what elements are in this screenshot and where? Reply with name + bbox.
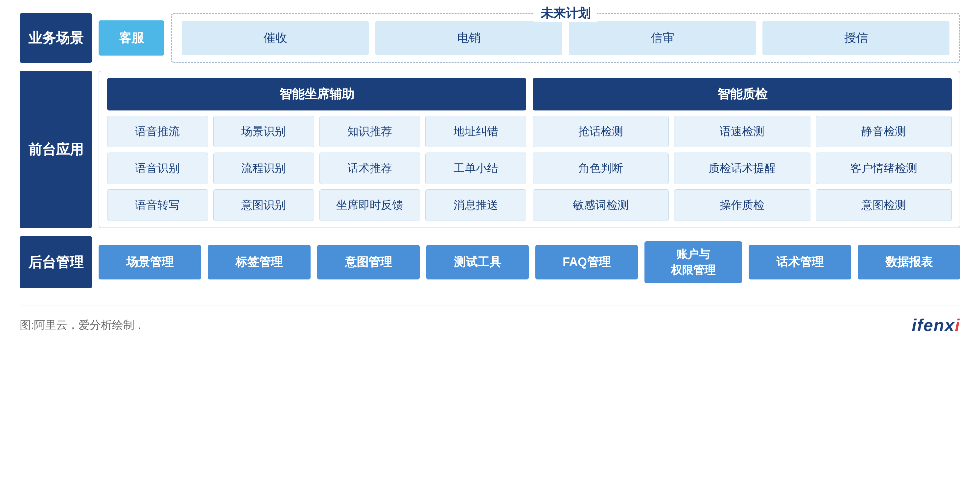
seat-cell-dzjc[interactable]: 地址纠错 <box>425 116 526 147</box>
scene-active-kf[interactable]: 客服 <box>99 21 164 56</box>
seat-cell-cjsb[interactable]: 场景识别 <box>213 116 314 147</box>
qa-cell-mgcjc[interactable]: 敏感词检测 <box>533 189 669 221</box>
seat-cell-lcsb[interactable]: 流程识别 <box>213 153 314 184</box>
backend-mgmt-row: 后台管理 场景管理 标签管理 意图管理 测试工具 FAQ管理 账户与权限管理 话… <box>20 236 960 288</box>
footer-logo: ifenxi <box>912 315 960 335</box>
footer-note-text: 图:阿里云，爱分析绘制 <box>20 319 134 331</box>
qa-section: 智能质检 抢话检测 语速检测 静音检测 角色判断 质检话术提醒 客户情绪检测 <box>533 78 952 221</box>
seat-assist-row2: 语音识别 流程识别 话术推荐 工单小结 <box>107 153 526 184</box>
front-app-row: 前台应用 智能坐席辅助 语音推流 场景识别 知识推荐 地址纠错 语音识别 <box>20 71 960 228</box>
backend-sjbb[interactable]: 数据报表 <box>858 245 960 279</box>
footer-dot: . <box>138 319 141 331</box>
qa-header: 智能质检 <box>533 78 952 110</box>
scene-shouxin[interactable]: 授信 <box>762 21 950 55</box>
footer-logo-text: ifenxi <box>912 316 960 335</box>
seat-cell-yysb[interactable]: 语音识别 <box>107 153 208 184</box>
backend-zsgl[interactable]: 话术管理 <box>749 245 851 279</box>
backend-cjgl[interactable]: 场景管理 <box>99 245 201 279</box>
backend-mgmt-label: 后台管理 <box>20 236 92 288</box>
future-plan-title: 未来计划 <box>534 5 597 22</box>
seat-assist-header: 智能坐席辅助 <box>107 78 526 110</box>
seat-cell-yyzy[interactable]: 语音转写 <box>107 189 208 221</box>
qa-row1: 抢话检测 语速检测 静音检测 <box>533 116 952 147</box>
seat-cell-yytl[interactable]: 语音推流 <box>107 116 208 147</box>
backend-bqgl[interactable]: 标签管理 <box>208 245 310 279</box>
footer: 图:阿里云，爱分析绘制 . ifenxi <box>20 305 960 335</box>
footer-logo-accent: i <box>955 316 960 335</box>
backend-zhqxgl[interactable]: 账户与权限管理 <box>644 241 742 283</box>
qa-cell-zcts[interactable]: 质检话术提醒 <box>674 153 810 184</box>
backend-content: 场景管理 标签管理 意图管理 测试工具 FAQ管理 账户与权限管理 话术管理 数… <box>99 236 960 288</box>
scene-xinshen[interactable]: 信审 <box>569 21 756 55</box>
seat-cell-xxtss[interactable]: 消息推送 <box>425 189 526 221</box>
qa-cell-czqj[interactable]: 操作质检 <box>674 189 810 221</box>
front-app-label: 前台应用 <box>20 71 92 228</box>
qa-cell-ytjc[interactable]: 意图检测 <box>816 189 952 221</box>
qa-cell-qhjc[interactable]: 抢话检测 <box>533 116 669 147</box>
business-scene-content: 客服 未来计划 催收 电销 信审 授信 <box>99 13 960 63</box>
footer-note: 图:阿里云，爱分析绘制 . <box>20 317 141 333</box>
qa-cell-khqxjc[interactable]: 客户情绪检测 <box>816 153 952 184</box>
seat-cell-zxfk[interactable]: 坐席即时反馈 <box>320 189 420 221</box>
qa-cell-ysjc[interactable]: 语速检测 <box>674 116 810 147</box>
backend-sygj[interactable]: 测试工具 <box>426 245 529 279</box>
scene-dianxiao[interactable]: 电销 <box>375 21 562 55</box>
qa-row3: 敏感词检测 操作质检 意图检测 <box>533 189 952 221</box>
seat-cell-gdjj[interactable]: 工单小结 <box>425 153 526 184</box>
main-container: 业务场景 客服 未来计划 催收 电销 信审 授信 前台应用 智能坐席辅助 <box>20 13 960 335</box>
backend-faqgl[interactable]: FAQ管理 <box>535 245 638 279</box>
seat-assist-row1: 语音推流 场景识别 知识推荐 地址纠错 <box>107 116 526 147</box>
seat-assist-section: 智能坐席辅助 语音推流 场景识别 知识推荐 地址纠错 语音识别 流程识别 话术推… <box>107 78 526 221</box>
front-app-inner: 智能坐席辅助 语音推流 场景识别 知识推荐 地址纠错 语音识别 流程识别 话术推… <box>107 78 952 221</box>
backend-ytgl[interactable]: 意图管理 <box>317 245 420 279</box>
business-scene-label: 业务场景 <box>20 13 92 63</box>
qa-cell-jyjc[interactable]: 静音检测 <box>816 116 952 147</box>
front-app-content: 智能坐席辅助 语音推流 场景识别 知识推荐 地址纠错 语音识别 流程识别 话术推… <box>99 71 960 228</box>
seat-assist-row3: 语音转写 意图识别 坐席即时反馈 消息推送 <box>107 189 526 221</box>
seat-cell-ytsb[interactable]: 意图识别 <box>213 189 314 221</box>
qa-row2: 角色判断 质检话术提醒 客户情绪检测 <box>533 153 952 184</box>
qa-cell-jspd[interactable]: 角色判断 <box>533 153 669 184</box>
seat-cell-zstj[interactable]: 知识推荐 <box>320 116 420 147</box>
seat-cell-zstj2[interactable]: 话术推荐 <box>320 153 420 184</box>
business-scene-row: 业务场景 客服 未来计划 催收 电销 信审 授信 <box>20 13 960 63</box>
scene-cuishou[interactable]: 催收 <box>182 21 369 55</box>
future-dashed-area: 未来计划 催收 电销 信审 授信 <box>171 13 960 63</box>
